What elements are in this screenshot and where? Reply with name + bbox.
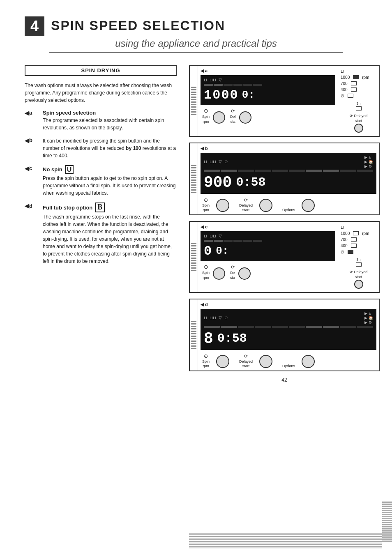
- nospin-icon: U: [65, 165, 74, 174]
- display-time-a: 0:: [242, 89, 255, 101]
- delayed-button-a[interactable]: [239, 111, 251, 124]
- spin-button-d[interactable]: [216, 355, 229, 368]
- side-opt-b1: ▶ a: [364, 155, 373, 159]
- display-time-c: 0:: [216, 245, 228, 257]
- display-number-b: 900: [204, 174, 232, 191]
- list-item: ◀ b It can be modified by pressing the s…: [25, 137, 177, 159]
- display-number-c: 0: [204, 244, 212, 259]
- panel-c-rpm-700: 700: [341, 237, 348, 242]
- delayed-button-c-right[interactable]: [354, 280, 363, 289]
- page: 4 SPIN SPEED SELECTION using the applian…: [0, 0, 392, 550]
- chapter-number: 4: [25, 16, 44, 36]
- spin-icon-a: ⊙: [204, 108, 208, 114]
- side-opt-d2: ▶ 🏠: [364, 316, 373, 320]
- icon-d1: ⊔: [204, 315, 207, 320]
- item-a-body: The programme selected is associated wit…: [43, 117, 177, 131]
- list-item: ◀ a Spin speed selection The programme s…: [25, 110, 177, 131]
- item-a-title: Spin speed selection: [43, 110, 177, 116]
- delayed-label-b: Delayed: [239, 203, 253, 207]
- icon-c3: ▽: [219, 234, 222, 238]
- delayed-button-c[interactable]: [238, 267, 251, 280]
- icon-c1: ⊔: [204, 234, 207, 238]
- intro-paragraph: The wash options must always be selected…: [25, 82, 177, 104]
- panel-a-rpm-400: 400: [341, 87, 348, 92]
- icon-wash2: ⊔⊔: [210, 78, 216, 82]
- spin-label-d: Spin: [202, 359, 210, 364]
- icon-c2: ⊔⊔: [210, 234, 216, 238]
- item-c-body: Press the spin button again to get to th…: [43, 175, 177, 197]
- item-d-title: Full tub stop option B: [43, 203, 177, 212]
- title-row: 4 SPIN SPEED SELECTION: [25, 16, 367, 36]
- panel-c-rpm-1000: 1000: [341, 231, 350, 236]
- panel-a-rpm-nospin: ∅: [341, 94, 344, 98]
- delayed-icon-a: ⟳: [231, 108, 235, 114]
- icon-b2: ⊔⊔: [210, 159, 216, 164]
- panel-c: ◀ c ⊔ ⊔⊔ ▽: [189, 221, 380, 293]
- spin-label-b: Spin: [202, 203, 210, 207]
- panel-c-label: ◀ c: [201, 224, 208, 229]
- delayed-icon-d: ⟳: [244, 354, 248, 359]
- rpm-label-c: rpm: [362, 231, 369, 236]
- panel-a-rpm-1000: 1000: [341, 75, 350, 80]
- bottom-stripes: [189, 527, 382, 550]
- spin-button-a[interactable]: [213, 111, 225, 124]
- header: 4 SPIN SPEED SELECTION using the applian…: [0, 0, 392, 57]
- panel-c-rpm-400: 400: [341, 244, 348, 248]
- item-a-content: Spin speed selection The programme selec…: [43, 110, 177, 131]
- item-c-title: No spin U: [43, 165, 177, 174]
- rpm-filled-box: [353, 75, 359, 79]
- side-opt-b3: ▶ ⚙: [364, 164, 373, 168]
- icon-b1: ⊔: [204, 159, 207, 164]
- panel-a-rpm-700: 700: [341, 81, 348, 86]
- delayed-button-a-right[interactable]: [354, 124, 363, 133]
- panel-a: ◀ a ⊔ ⊔⊔ ▽: [189, 65, 380, 137]
- delayed-start-label-c-right: ⟳ Delayed: [350, 270, 368, 274]
- rpm-filled-box-c: [348, 250, 353, 254]
- icon-d4: ⊙: [224, 315, 228, 320]
- icon-wash: ⊔: [204, 78, 207, 82]
- bullet-label-d: ◀ d: [25, 203, 41, 209]
- spin-btn-label-a: Spin: [202, 115, 210, 119]
- delayed-button-b[interactable]: [259, 199, 272, 212]
- subtitle: using the appliance and practical tips: [25, 38, 367, 49]
- rpm-empty-box-c2: [351, 237, 357, 242]
- delayed-btn-label-a: Del: [230, 115, 236, 119]
- fulltub-icon: B: [95, 203, 105, 212]
- rpm-label: rpm: [362, 75, 369, 80]
- rpm-empty-box-c3: [351, 244, 357, 248]
- display-number-a: 1000: [204, 87, 239, 103]
- rpm-empty-box: [351, 81, 357, 85]
- panel-a-label: ◀ a: [201, 68, 208, 74]
- options-button-d[interactable]: [302, 355, 315, 368]
- side-opt-d1: ▶ a: [364, 311, 373, 315]
- page-title: SPIN SPEED SELECTION: [51, 16, 225, 33]
- panel-b-label: ◀ b: [201, 146, 208, 151]
- spin-button-b[interactable]: [216, 199, 229, 212]
- side-opt-b2: ▶ 🏠: [364, 160, 373, 164]
- options-button-b[interactable]: [302, 199, 315, 212]
- side-opt-d3: ▶ ⚙: [364, 320, 373, 324]
- panel-c-rpm-nospin: ∅: [341, 250, 344, 254]
- item-d-body: The wash programme stops on the last rin…: [43, 213, 177, 265]
- content-area: SPIN DRYING The wash options must always…: [0, 57, 392, 383]
- list-item: ◀ c No spin U Press the spin button agai…: [25, 165, 177, 197]
- display-number-d: 8: [204, 330, 213, 347]
- rpm-empty-box2: [351, 87, 357, 92]
- rpm-empty-box-c1: [353, 231, 359, 235]
- delayed-icon-b: ⟳: [244, 198, 248, 203]
- section-title: SPIN DRYING: [25, 65, 177, 76]
- rpm-empty-box3: [348, 94, 353, 98]
- spin-icon-b: ⊙: [204, 197, 208, 203]
- delayed-label-d: Delayed: [239, 359, 253, 364]
- page-number: 42: [189, 377, 380, 383]
- delayed-button-d[interactable]: [259, 355, 272, 368]
- spin-label-c: Spin: [202, 271, 210, 275]
- spin-button-c[interactable]: [213, 267, 225, 280]
- icon-drip: ▽: [219, 78, 222, 82]
- icon-d3: ▽: [219, 315, 222, 320]
- bullet-label-b: ◀ b: [25, 137, 41, 144]
- list-item: ◀ d Full tub stop option B The wash prog…: [25, 203, 177, 265]
- display-time-b: 0:58: [236, 175, 265, 189]
- icon-b3: ▽: [219, 159, 222, 164]
- icon-b4: ⊙: [224, 159, 228, 164]
